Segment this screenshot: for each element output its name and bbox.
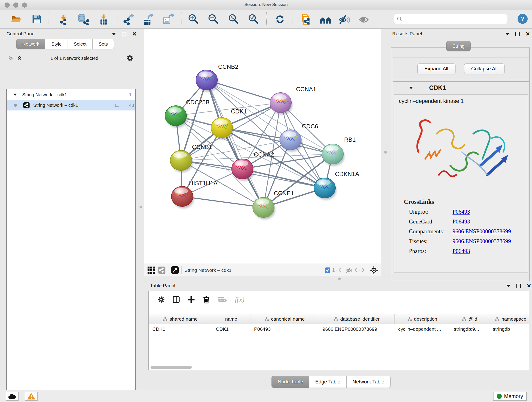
table-panel-float-icon[interactable] [516, 284, 521, 288]
search-input[interactable] [403, 16, 507, 22]
duplicate-network-button[interactable] [300, 13, 312, 26]
hidden-items-icon[interactable] [345, 267, 353, 274]
table-cell[interactable]: CDK1 [212, 324, 250, 334]
tab-string[interactable]: String [446, 41, 471, 51]
table-cell[interactable]: CDK1 [149, 324, 212, 334]
column-header-shared-name[interactable]: shared name [149, 314, 212, 324]
network-node-CDC6[interactable] [280, 130, 302, 152]
control-panel-float-icon[interactable] [122, 32, 126, 36]
protein-section: CDK1 cyclin–dependent kinase 1 [393, 81, 529, 274]
network-edge-CCNE1-HIST1H1A[interactable] [182, 196, 264, 207]
table-toolbar: f(x) [149, 291, 529, 308]
import-database-button[interactable] [77, 13, 89, 26]
network-node-RB1[interactable] [322, 144, 344, 166]
tab-edge-table[interactable]: Edge Table [309, 376, 347, 388]
collapse-all-networks-icon[interactable] [8, 56, 13, 61]
birdseye-toggle-icon[interactable] [147, 267, 155, 274]
table-horizontal-scrollbar[interactable] [151, 366, 192, 369]
results-panel-float-icon[interactable] [515, 32, 520, 36]
network-badge-icon[interactable] [158, 267, 165, 274]
collection-expander-icon[interactable] [13, 94, 17, 96]
zoom-selected-button[interactable] [247, 13, 260, 26]
results-panel-menu-icon[interactable] [505, 33, 509, 35]
export-network-button[interactable] [122, 13, 134, 26]
show-columns-icon[interactable] [172, 296, 180, 303]
search-box[interactable] [394, 14, 507, 24]
expand-all-button[interactable]: Expand All [418, 64, 456, 74]
results-panel-close-icon[interactable]: ✕ [526, 32, 530, 37]
table-cell[interactable]: P06493 [250, 324, 319, 334]
memory-button[interactable]: Memory [493, 392, 527, 401]
import-network-button[interactable] [57, 13, 70, 26]
network-edge-CCNB2-CCNE1[interactable] [207, 80, 264, 207]
node-label-CDC6: CDC6 [302, 123, 318, 130]
network-row[interactable]: String Network – cdk1 11 48 [7, 100, 135, 110]
tab-sets[interactable]: Sets [93, 39, 114, 49]
birdseye-button[interactable] [319, 13, 331, 26]
tab-select[interactable]: Select [68, 39, 93, 49]
compartments-link[interactable]: 9606.ENSP00000378699 [452, 228, 511, 235]
table-cell[interactable]: stringdb [489, 324, 529, 334]
zoom-fit-button[interactable] [228, 13, 240, 26]
table-panel-menu-icon[interactable] [506, 285, 510, 287]
selection-mode-icon[interactable] [370, 266, 378, 274]
refresh-button[interactable] [274, 13, 286, 26]
uniprot-link[interactable]: P06493 [452, 209, 470, 215]
tab-network[interactable]: Network [16, 39, 45, 49]
network-collection-row[interactable]: String Network – cdk1 1 [7, 89, 135, 100]
pharos-link[interactable]: P06493 [452, 248, 470, 254]
control-panel-menu-icon[interactable] [112, 33, 116, 35]
protein-collapse-icon[interactable] [409, 87, 413, 89]
column-type-icon [334, 317, 338, 321]
column-type-icon [495, 317, 500, 321]
delete-column-icon[interactable] [203, 296, 210, 303]
selected-items-checkbox-icon[interactable] [325, 268, 330, 273]
expand-all-networks-icon[interactable] [17, 56, 22, 61]
table-options-gear-icon[interactable] [158, 296, 165, 303]
column-header-database-identifier[interactable]: database identifier [319, 314, 394, 324]
column-header-canonical-name[interactable]: canonical name [250, 314, 319, 324]
tab-network-table[interactable]: Network Table [347, 376, 391, 388]
save-button[interactable] [31, 13, 43, 26]
network-node-CDC25B[interactable] [165, 106, 187, 128]
zoom-out-button[interactable] [207, 13, 220, 26]
tissues-link[interactable]: 9606.ENSP00000378699 [452, 238, 511, 245]
table-panel: Table Panel ✕ f(x) shared namenamecanoni… [144, 281, 532, 390]
main-toolbar: ? [0, 10, 532, 29]
tab-style[interactable]: Style [45, 39, 68, 49]
network-canvas[interactable]: CCNB2CCNA1CDC25BCDK1CDC6RB1CCNB1CCNA2CDK… [144, 29, 381, 264]
table-row[interactable]: CDK1CDK1P064939606.ENSP00000378699cyclin… [149, 324, 529, 334]
network-node-CDKN1A[interactable] [314, 178, 336, 200]
network-node-HIST1H1A[interactable] [171, 186, 194, 208]
add-column-icon[interactable] [188, 296, 195, 303]
left-splitter[interactable] [137, 29, 145, 390]
tab-node-table[interactable]: Node Table [272, 376, 309, 388]
table-panel-close-icon[interactable]: ✕ [527, 283, 531, 288]
table-cell[interactable]: cyclin–dependent ... [394, 324, 450, 334]
collapse-all-button[interactable]: Collapse All [464, 64, 505, 74]
export-image-button[interactable] [162, 13, 174, 26]
genecard-link[interactable]: P06493 [452, 218, 470, 225]
network-options-gear-icon[interactable] [127, 55, 133, 62]
control-panel-close-icon[interactable]: ✕ [132, 32, 137, 37]
crosslinks-heading: CrossLinks [404, 198, 434, 205]
import-table-button[interactable] [97, 13, 110, 26]
open-in-window-icon[interactable] [171, 266, 179, 274]
show-eye-button[interactable] [358, 13, 370, 26]
column-header-name[interactable]: name [212, 314, 250, 324]
help-button[interactable]: ? [517, 13, 528, 24]
network-edge-CCNA2-CDKN1A[interactable] [242, 169, 325, 188]
table-cell[interactable]: stringdb:9... [450, 324, 489, 334]
table-cell[interactable]: 9606.ENSP00000378699 [319, 324, 394, 334]
export-table-button[interactable] [142, 13, 154, 26]
column-header-description[interactable]: description [394, 314, 450, 324]
open-folder-button[interactable] [10, 13, 22, 26]
warnings-button[interactable] [25, 392, 38, 401]
network-node-CCNA1[interactable] [270, 93, 292, 115]
network-node-CDK1[interactable] [211, 118, 234, 140]
column-header-namespace[interactable]: namespace [489, 314, 529, 324]
column-header-@id[interactable]: @id [450, 314, 489, 324]
cloud-button[interactable] [6, 392, 19, 401]
zoom-in-button[interactable] [187, 13, 200, 26]
hide-unhide-button[interactable] [338, 13, 351, 26]
